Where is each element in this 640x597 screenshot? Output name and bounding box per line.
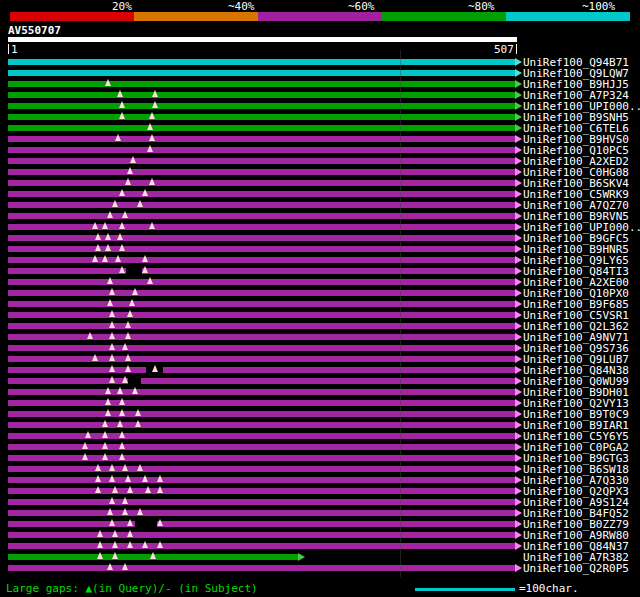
bar-end-arrow-icon: [515, 245, 522, 253]
bar-end-arrow-icon: [515, 498, 522, 506]
query-gap-triangle-icon: [132, 387, 138, 394]
query-gap-triangle-icon: [122, 464, 128, 471]
alignment-bar[interactable]: [8, 81, 515, 87]
query-gap-triangle-icon: [107, 508, 113, 515]
alignment-bar[interactable]: [8, 565, 515, 571]
alignment-bar[interactable]: [8, 400, 515, 406]
alignment-bar[interactable]: [8, 356, 515, 362]
alignment-bar[interactable]: [8, 92, 515, 98]
query-gap-triangle-icon: [122, 563, 128, 570]
alignment-bar[interactable]: [8, 114, 515, 120]
alignment-bar[interactable]: [8, 191, 515, 197]
alignment-bar[interactable]: [8, 279, 515, 285]
query-gap-triangle-icon: [137, 200, 143, 207]
alignment-bar[interactable]: [8, 202, 515, 208]
alignment-bar[interactable]: [8, 345, 515, 351]
alignment-bar[interactable]: [8, 268, 515, 274]
query-gap-triangle-icon: [149, 222, 155, 229]
subject-gap: [135, 521, 157, 527]
bar-end-arrow-icon: [515, 256, 522, 264]
alignment-bar[interactable]: [8, 136, 515, 142]
query-gap-triangle-icon: [105, 387, 111, 394]
alignment-bar[interactable]: [8, 103, 515, 109]
alignment-bar[interactable]: [8, 543, 515, 549]
query-gap-triangle-icon: [109, 288, 115, 295]
query-gap-triangle-icon: [105, 244, 111, 251]
query-gap-triangle-icon: [119, 222, 125, 229]
hit-label[interactable]: UniRef100_Q2R0P5: [523, 563, 629, 574]
alignment-bar[interactable]: [8, 180, 515, 186]
query-gap-triangle-icon: [92, 222, 98, 229]
alignment-bar[interactable]: [8, 246, 515, 252]
query-gap-triangle-icon: [119, 189, 125, 196]
query-gap-triangle-icon: [152, 365, 158, 372]
query-gap-triangle-icon: [85, 431, 91, 438]
query-gap-triangle-icon: [95, 464, 101, 471]
alignment-bar[interactable]: [8, 422, 515, 428]
alignment-bar[interactable]: [8, 389, 515, 395]
query-gap-triangle-icon: [107, 563, 113, 570]
bar-end-arrow-icon: [515, 509, 522, 517]
query-gap-triangle-icon: [119, 112, 125, 119]
alignment-bar[interactable]: [8, 158, 515, 164]
query-gap-triangle-icon: [152, 90, 158, 97]
query-gap-triangle-icon: [102, 222, 108, 229]
bar-end-arrow-icon: [515, 58, 522, 66]
bar-end-arrow-icon: [515, 399, 522, 407]
alignment-bar[interactable]: [8, 510, 515, 516]
alignment-bar[interactable]: [8, 378, 515, 384]
alignment-bar[interactable]: [8, 224, 515, 230]
alignment-bar[interactable]: [8, 521, 515, 527]
query-gap-triangle-icon: [105, 79, 111, 86]
query-gap-triangle-icon: [129, 299, 135, 306]
query-gap-triangle-icon: [125, 475, 131, 482]
alignment-bar[interactable]: [8, 532, 515, 538]
alignment-bar[interactable]: [8, 367, 515, 373]
bar-end-arrow-icon: [515, 267, 522, 275]
query-gap-triangle-icon: [157, 541, 163, 548]
alignment-bar[interactable]: [8, 477, 515, 483]
alignment-bar[interactable]: [8, 147, 515, 153]
alignment-bar[interactable]: [8, 169, 515, 175]
alignment-bar[interactable]: [8, 488, 515, 494]
query-gap-triangle-icon: [132, 288, 138, 295]
alignment-bar[interactable]: [8, 323, 515, 329]
alignment-bar[interactable]: [8, 59, 515, 65]
alignment-bar[interactable]: [8, 125, 515, 131]
query-gap-triangle-icon: [115, 134, 121, 141]
query-gap-triangle-icon: [109, 497, 115, 504]
bar-end-arrow-icon: [515, 201, 522, 209]
alignment-bar[interactable]: [8, 70, 515, 76]
bar-end-arrow-icon: [515, 135, 522, 143]
alignment-bar[interactable]: [8, 499, 515, 505]
query-gap-triangle-icon: [107, 211, 113, 218]
bar-end-arrow-icon: [515, 113, 522, 121]
query-gap-triangle-icon: [137, 508, 143, 515]
bar-end-arrow-icon: [515, 355, 522, 363]
alignment-bar[interactable]: [8, 213, 515, 219]
alignment-bar[interactable]: [8, 312, 515, 318]
alignment-bar[interactable]: [8, 235, 515, 241]
alignment-bar[interactable]: [8, 290, 515, 296]
query-gap-triangle-icon: [125, 354, 131, 361]
query-gap-triangle-icon: [142, 266, 148, 273]
query-gap-triangle-icon: [119, 442, 125, 449]
bar-end-arrow-icon: [515, 344, 522, 352]
blast-graphic-overview: 20%~40%~60%~80%~100% AV550707 1 507 UniR…: [0, 0, 640, 597]
alignment-bar[interactable]: [8, 466, 515, 472]
bar-end-arrow-icon: [515, 168, 522, 176]
query-gap-triangle-icon: [95, 233, 101, 240]
query-gap-triangle-icon: [107, 277, 113, 284]
query-gap-triangle-icon: [109, 343, 115, 350]
query-gap-triangle-icon: [109, 365, 115, 372]
query-gap-triangle-icon: [109, 310, 115, 317]
alignment-bar[interactable]: [8, 257, 515, 263]
alignment-bar[interactable]: [8, 411, 515, 417]
alignment-bar[interactable]: [8, 334, 515, 340]
bar-end-arrow-icon: [515, 311, 522, 319]
bar-end-arrow-icon: [515, 124, 522, 132]
legend-gaps-text: Large gaps: ▲(in Query)/- (in Subject): [6, 583, 258, 595]
query-gap-triangle-icon: [119, 453, 125, 460]
query-gap-triangle-icon: [135, 420, 141, 427]
alignment-bar[interactable]: [8, 301, 515, 307]
